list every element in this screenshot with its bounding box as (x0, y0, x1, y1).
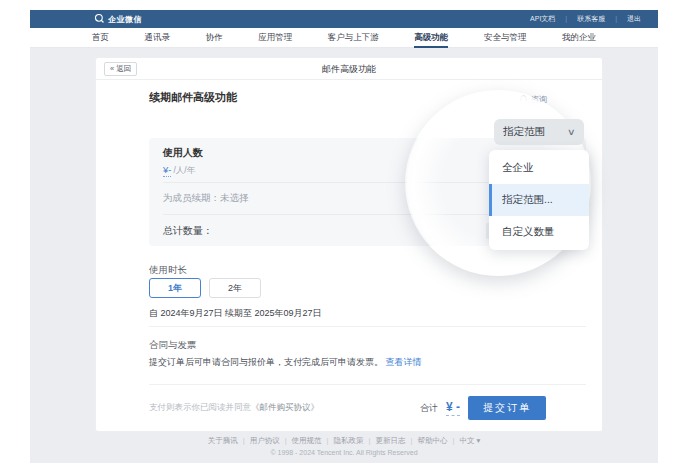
checkout-group: 合计 ¥ - 提交订单 (420, 396, 546, 420)
wecom-logo-icon (94, 13, 105, 26)
nav-item-my-company[interactable]: 我的企业 (562, 28, 596, 48)
dropdown-option-specified-range[interactable]: 指定范围... (489, 184, 589, 216)
caret-down-icon: ▾ (477, 436, 481, 445)
app-window: 企业微信 API文档 联系客服 退出 首页 通讯录 协作 应用管理 客户与上下游… (0, 0, 688, 470)
chevron-down-icon: ∨ (567, 127, 576, 137)
duration-label: 使用时长 (149, 264, 187, 277)
api-docs-link[interactable]: API文档 (525, 14, 572, 24)
section-divider (149, 384, 586, 385)
contract-desc: 提交订单后可申请合同与报价单，支付完成后可申请发票。 查看详情 (149, 356, 422, 369)
footer-link-changelog[interactable]: 更新日志 (376, 436, 418, 445)
total-value: ¥ - (446, 400, 460, 416)
agreement-text: 支付则表示你已阅读并同意《邮件购买协议》 (149, 402, 319, 414)
top-links: API文档 联系客服 退出 (525, 14, 646, 24)
dropdown-option-whole-company[interactable]: 全企业 (489, 152, 589, 184)
nav-item-customers[interactable]: 客户与上下游 (328, 28, 379, 48)
card-header: « 返回 邮件高级功能 (96, 58, 602, 80)
duration-option-2year[interactable]: 2年 (209, 278, 261, 298)
contact-support-link[interactable]: 联系客服 (572, 14, 622, 24)
agreement-prefix: 支付则表示你已阅读并同意 (149, 402, 251, 412)
nav-item-app-management[interactable]: 应用管理 (258, 28, 292, 48)
footer-link-usage[interactable]: 使用规范 (292, 436, 334, 445)
support-link[interactable]: 咨询 (519, 94, 547, 105)
agreement-doc-link[interactable]: 《邮件购买协议》 (251, 402, 319, 412)
language-selector[interactable]: 中文 ▾ (459, 436, 480, 445)
logout-link[interactable]: 退出 (622, 14, 646, 24)
section-divider (149, 326, 586, 327)
duration-date-range: 自 2024年9月27日 续期至 2025年09月27日 (149, 307, 322, 320)
nav-item-contacts[interactable]: 通讯录 (145, 28, 171, 48)
support-label: 咨询 (531, 94, 547, 105)
footer-link-agreement[interactable]: 用户协议 (250, 436, 292, 445)
wecom-logo: 企业微信 (94, 13, 142, 26)
main-nav: 首页 通讯录 协作 应用管理 客户与上下游 高级功能 安全与管理 我的企业 (30, 28, 658, 48)
nav-item-home[interactable]: 首页 (92, 28, 109, 48)
footer-links: 关于腾讯用户协议使用规范隐私政策更新日志帮助中心中文 ▾ (30, 436, 658, 446)
footer-link-help[interactable]: 帮助中心 (417, 436, 459, 445)
nav-item-security[interactable]: 安全与管理 (484, 28, 527, 48)
top-bar: 企业微信 API文档 联系客服 退出 (30, 10, 658, 28)
duration-options: 1年 2年 (149, 278, 261, 298)
contract-title: 合同与发票 (149, 339, 197, 352)
renew-members-label: 为成员续期： (163, 192, 220, 205)
duration-option-1year[interactable]: 1年 (149, 278, 201, 298)
nav-item-collaboration[interactable]: 协作 (206, 28, 223, 48)
dropdown-option-custom-quantity[interactable]: 自定义数量 (489, 216, 589, 248)
total-label: 合计 (420, 402, 438, 415)
view-details-link[interactable]: 查看详情 (386, 357, 422, 367)
contract-desc-text: 提交订单后可申请合同与报价单，支付完成后可申请发票。 (149, 357, 383, 367)
scope-select[interactable]: 指定范围 ∨ (494, 119, 584, 145)
copyright-text: © 1998 - 2024 Tencent Inc. All Rights Re… (30, 449, 658, 456)
submit-order-button[interactable]: 提交订单 (468, 396, 546, 420)
nav-item-advanced-features[interactable]: 高级功能 (414, 28, 448, 48)
headset-icon (519, 94, 528, 105)
footer: 关于腾讯用户协议使用规范隐私政策更新日志帮助中心中文 ▾ © 1998 - 20… (30, 436, 658, 456)
renew-card: « 返回 邮件高级功能 续期邮件高级功能 咨询 使用人数 ¥-/人/年 为成员续… (95, 57, 603, 432)
scope-dropdown: 全企业 指定范围... 自定义数量 (489, 150, 589, 250)
language-label: 中文 (459, 436, 474, 445)
total-quantity-label: 总计数量： (163, 224, 213, 238)
footer-link-privacy[interactable]: 隐私政策 (334, 436, 376, 445)
page-title: 邮件高级功能 (96, 58, 602, 80)
footer-link-about[interactable]: 关于腾讯 (208, 436, 250, 445)
wecom-logo-text: 企业微信 (108, 14, 142, 25)
renew-members-value: 未选择 (220, 192, 249, 205)
price-unit: /人/年 (173, 165, 195, 175)
renew-heading: 续期邮件高级功能 (149, 90, 237, 105)
scope-select-value: 指定范围 (503, 125, 545, 139)
price-value: ¥- (163, 164, 171, 177)
back-button[interactable]: « 返回 (104, 62, 137, 76)
